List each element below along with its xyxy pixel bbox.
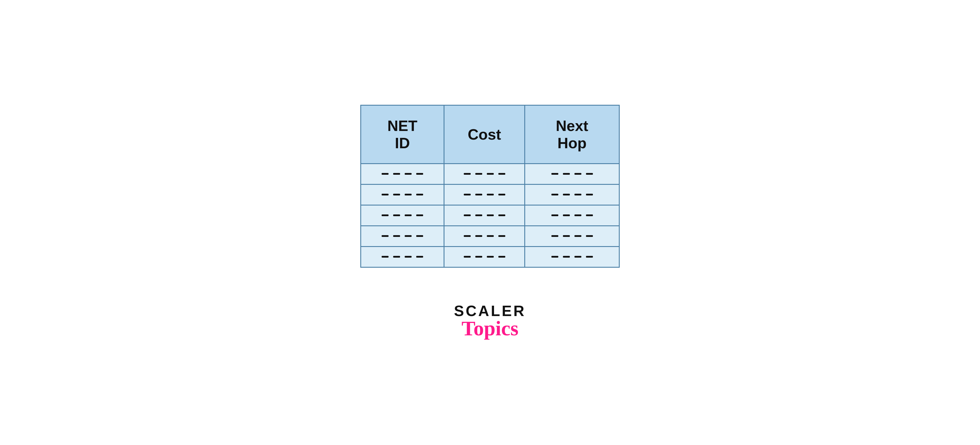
dash-mark (586, 173, 593, 175)
table-cell (525, 184, 619, 205)
dash-mark (475, 235, 482, 237)
table-cell (444, 184, 525, 205)
dash-mark (574, 194, 581, 195)
header-next-hop: Next Hop (525, 105, 619, 163)
dash-mark (487, 173, 494, 175)
table-cell (361, 184, 444, 205)
table-cell (361, 246, 444, 267)
dash-group (537, 173, 607, 175)
header-next-hop-label: Next Hop (556, 117, 588, 151)
table-row (361, 226, 619, 246)
dash-mark (475, 173, 482, 175)
dash-group (456, 256, 513, 258)
dash-group (373, 256, 432, 258)
dash-mark (563, 235, 570, 237)
dash-group (373, 214, 432, 216)
dash-group (537, 256, 607, 258)
table-cell (525, 246, 619, 267)
dash-mark (551, 256, 558, 258)
dash-group (456, 173, 513, 175)
dash-mark (405, 214, 412, 216)
dash-mark (416, 194, 423, 195)
dash-group (373, 235, 432, 237)
dash-mark (393, 235, 400, 237)
dash-mark (416, 214, 423, 216)
dash-group (456, 214, 513, 216)
dash-mark (551, 214, 558, 216)
main-container: NET ID Cost Next Hop SCALER Topics (360, 105, 620, 340)
header-net-id-label: NET ID (387, 117, 417, 151)
dash-mark (475, 256, 482, 258)
dash-mark (563, 214, 570, 216)
dash-mark (393, 194, 400, 195)
dash-mark (498, 235, 505, 237)
dash-mark (405, 235, 412, 237)
dash-mark (551, 173, 558, 175)
dash-mark (382, 194, 388, 195)
table-cell (525, 205, 619, 226)
dash-mark (574, 256, 581, 258)
dash-group (537, 235, 607, 237)
dash-mark (487, 214, 494, 216)
dash-mark (382, 173, 388, 175)
routing-table: NET ID Cost Next Hop (360, 105, 620, 268)
dash-group (456, 194, 513, 195)
dash-mark (574, 173, 581, 175)
dash-mark (464, 256, 471, 258)
table-row (361, 246, 619, 267)
dash-group (373, 194, 432, 195)
dash-mark (498, 194, 505, 195)
dash-mark (551, 235, 558, 237)
table-cell (361, 163, 444, 184)
dash-mark (487, 235, 494, 237)
table-row (361, 163, 619, 184)
header-net-id: NET ID (361, 105, 444, 163)
table-cell (444, 226, 525, 246)
dash-mark (393, 256, 400, 258)
dash-mark (498, 214, 505, 216)
dash-mark (464, 214, 471, 216)
dash-group (537, 194, 607, 195)
table-cell (444, 246, 525, 267)
table-row (361, 184, 619, 205)
header-cost-label: Cost (468, 126, 501, 143)
dash-mark (586, 194, 593, 195)
dash-mark (405, 194, 412, 195)
table-cell (525, 226, 619, 246)
dash-mark (475, 194, 482, 195)
dash-mark (487, 256, 494, 258)
dash-mark (563, 256, 570, 258)
dash-mark (382, 256, 388, 258)
dash-mark (393, 214, 400, 216)
dash-mark (416, 235, 423, 237)
dash-mark (586, 235, 593, 237)
dash-mark (498, 256, 505, 258)
brand-container: SCALER Topics (454, 302, 526, 340)
table-cell (361, 226, 444, 246)
dash-mark (464, 194, 471, 195)
table-row (361, 205, 619, 226)
dash-group (537, 214, 607, 216)
table-cell (444, 163, 525, 184)
table-cell (525, 163, 619, 184)
dash-mark (498, 173, 505, 175)
table-cell (444, 205, 525, 226)
header-cost: Cost (444, 105, 525, 163)
dash-mark (464, 235, 471, 237)
dash-group (456, 235, 513, 237)
dash-mark (551, 194, 558, 195)
dash-mark (563, 194, 570, 195)
dash-mark (416, 173, 423, 175)
dash-mark (586, 256, 593, 258)
dash-group (373, 173, 432, 175)
dash-mark (416, 256, 423, 258)
dash-mark (475, 214, 482, 216)
dash-mark (464, 173, 471, 175)
dash-mark (393, 173, 400, 175)
dash-mark (405, 173, 412, 175)
dash-mark (586, 214, 593, 216)
dash-mark (487, 194, 494, 195)
dash-mark (563, 173, 570, 175)
dash-mark (574, 235, 581, 237)
table-cell (361, 205, 444, 226)
